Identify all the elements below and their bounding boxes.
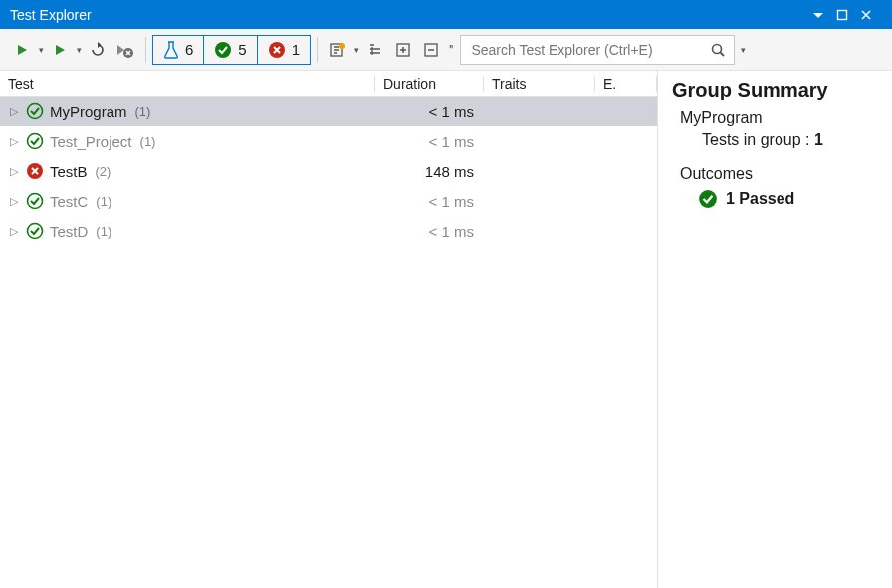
test-duration: < 1 ms: [375, 193, 484, 210]
column-traits[interactable]: Traits: [484, 76, 595, 92]
summary-group-name: MyProgram: [680, 109, 880, 127]
playlist-dropdown[interactable]: ▾: [351, 45, 361, 55]
test-duration: < 1 ms: [375, 133, 484, 150]
search-dropdown[interactable]: ▾: [735, 45, 751, 55]
svg-point-10: [28, 134, 43, 149]
overflow-icon[interactable]: '': [449, 42, 452, 58]
expander-icon[interactable]: ▷: [10, 135, 20, 148]
search-box[interactable]: [460, 35, 735, 65]
test-row[interactable]: ▷TestB(2)148 ms: [0, 156, 657, 186]
svg-point-12: [28, 194, 43, 209]
playlist-button[interactable]: [324, 36, 351, 64]
test-duration: < 1 ms: [375, 103, 484, 120]
column-duration[interactable]: Duration: [375, 76, 484, 92]
test-count: (1): [135, 104, 151, 119]
pass-icon: [26, 132, 44, 150]
toolbar: ▾ ▾ 6 5 1 ▾ '': [0, 29, 892, 71]
pass-icon: [214, 41, 232, 59]
run-all-dropdown[interactable]: ▾: [36, 45, 46, 55]
expander-icon[interactable]: ▷: [10, 195, 20, 208]
separator: [145, 37, 146, 63]
flask-icon: [163, 41, 179, 59]
svg-point-9: [28, 104, 43, 119]
pass-icon: [698, 189, 718, 209]
run-dropdown[interactable]: ▾: [74, 45, 84, 55]
run-button[interactable]: [46, 36, 74, 64]
summary-passed-label: 1 Passed: [726, 190, 794, 208]
total-count: 6: [185, 41, 193, 58]
expand-all-button[interactable]: [389, 36, 417, 64]
summary-outcomes-label: Outcomes: [680, 165, 880, 183]
window-title: Test Explorer: [10, 7, 92, 23]
summary-tests-line: Tests in group : 1: [702, 131, 880, 149]
repeat-last-run-button[interactable]: [84, 36, 112, 64]
column-test[interactable]: Test: [0, 76, 375, 92]
test-tree-panel: Test Duration Traits E. ▷MyProgram(1)< 1…: [0, 71, 657, 588]
test-row[interactable]: ▷TestC(1)< 1 ms: [0, 186, 657, 216]
window-menu-icon[interactable]: [812, 9, 836, 21]
summary-outcome-passed: 1 Passed: [698, 189, 880, 209]
fail-icon: [26, 162, 44, 180]
collapse-all-button[interactable]: [417, 36, 445, 64]
fail-icon: [268, 41, 286, 59]
test-name: TestB: [50, 163, 88, 180]
test-row[interactable]: ▷TestD(1)< 1 ms: [0, 216, 657, 246]
test-counts-box: 6 5 1: [152, 35, 311, 65]
test-count: (1): [96, 194, 112, 209]
test-name: MyProgram: [50, 103, 127, 120]
test-row[interactable]: ▷Test_Project(1)< 1 ms: [0, 126, 657, 156]
test-duration: < 1 ms: [375, 223, 484, 240]
expander-icon[interactable]: ▷: [10, 225, 20, 238]
test-duration: 148 ms: [375, 163, 484, 180]
group-by-button[interactable]: [361, 36, 389, 64]
svg-point-5: [339, 43, 345, 49]
summary-title: Group Summary: [672, 79, 880, 101]
close-icon[interactable]: [860, 9, 884, 21]
search-input[interactable]: [469, 41, 710, 59]
summary-panel: Group Summary MyProgram Tests in group :…: [657, 71, 892, 588]
maximize-icon[interactable]: [836, 9, 860, 21]
test-count: (1): [140, 134, 156, 149]
passed-tests-filter[interactable]: 5: [204, 36, 257, 64]
svg-point-8: [713, 44, 722, 53]
svg-point-2: [215, 42, 231, 58]
svg-point-13: [28, 224, 43, 239]
column-headers: Test Duration Traits E.: [0, 71, 657, 97]
pass-icon: [26, 222, 44, 240]
test-count: (1): [96, 224, 112, 239]
test-name: Test_Project: [50, 133, 132, 150]
expander-icon[interactable]: ▷: [10, 165, 20, 178]
column-e[interactable]: E.: [595, 76, 657, 92]
search-icon[interactable]: [710, 42, 726, 58]
summary-tests-count: 1: [814, 131, 823, 148]
failed-count: 1: [292, 41, 300, 58]
total-tests-filter[interactable]: 6: [153, 36, 204, 64]
expander-icon[interactable]: ▷: [10, 105, 20, 118]
run-all-button[interactable]: [8, 36, 36, 64]
pass-icon: [26, 102, 44, 120]
svg-rect-0: [838, 10, 847, 19]
window-titlebar: Test Explorer: [0, 0, 892, 29]
svg-point-14: [699, 190, 717, 208]
test-count: (2): [96, 164, 112, 179]
pass-icon: [26, 192, 44, 210]
test-name: TestC: [50, 193, 88, 210]
summary-tests-label: Tests in group :: [702, 131, 810, 148]
separator: [317, 37, 318, 63]
passed-count: 5: [238, 41, 246, 58]
test-name: TestD: [50, 223, 88, 240]
test-row[interactable]: ▷MyProgram(1)< 1 ms: [0, 97, 657, 126]
run-failed-button[interactable]: [112, 36, 139, 64]
failed-tests-filter[interactable]: 1: [258, 36, 310, 64]
